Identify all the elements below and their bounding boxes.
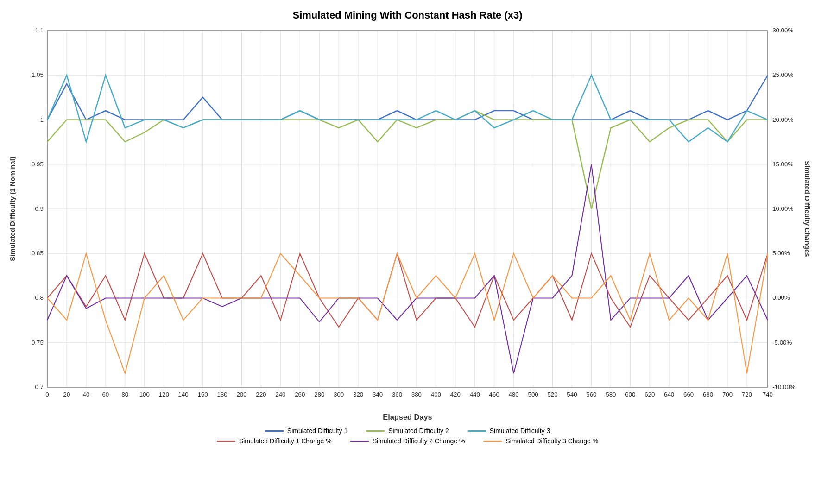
svg-text:480: 480: [509, 391, 519, 398]
legend-label-diff2: Simulated Difficulty 2: [388, 427, 449, 435]
svg-text:440: 440: [470, 391, 480, 398]
svg-text:0.95: 0.95: [32, 161, 44, 168]
legend-area: Simulated Difficulty 1 Simulated Difficu…: [5, 427, 810, 445]
svg-text:5.00%: 5.00%: [772, 250, 790, 257]
legend-line-diff3: [468, 430, 486, 432]
svg-text:20: 20: [63, 391, 70, 398]
svg-text:1.05: 1.05: [32, 71, 44, 78]
svg-text:640: 640: [664, 391, 674, 398]
svg-text:80: 80: [121, 391, 128, 398]
svg-text:140: 140: [178, 391, 189, 398]
legend-row-2: Simulated Difficulty 1 Change % Simulate…: [217, 437, 598, 445]
svg-text:180: 180: [217, 391, 227, 398]
svg-text:120: 120: [159, 391, 169, 398]
main-chart-svg: 0 20 40 60 80 100 120 140 160 180 200 22…: [5, 26, 810, 424]
svg-text:0.00%: 0.00%: [772, 294, 790, 301]
svg-text:500: 500: [528, 391, 538, 398]
svg-text:60: 60: [102, 391, 109, 398]
y-right-title: Simulated Difficulty Changes: [803, 161, 810, 257]
legend-item-diff1: Simulated Difficulty 1: [265, 427, 347, 435]
svg-text:0: 0: [45, 391, 49, 398]
svg-text:360: 360: [392, 391, 402, 398]
svg-text:680: 680: [703, 391, 713, 398]
legend-item-change1: Simulated Difficulty 1 Change %: [217, 437, 332, 445]
legend-row-1: Simulated Difficulty 1 Simulated Difficu…: [265, 427, 550, 435]
svg-text:0.9: 0.9: [35, 205, 43, 212]
svg-text:200: 200: [236, 391, 246, 398]
chart-container: Simulated Mining With Constant Hash Rate…: [0, 0, 815, 504]
svg-text:740: 740: [763, 391, 773, 398]
svg-text:25.00%: 25.00%: [772, 71, 793, 78]
svg-text:340: 340: [373, 391, 383, 398]
svg-text:0.85: 0.85: [32, 250, 44, 257]
legend-label-diff1: Simulated Difficulty 1: [287, 427, 347, 435]
legend-label-diff3: Simulated Difficulty 3: [490, 427, 550, 435]
chart-area: 0 20 40 60 80 100 120 140 160 180 200 22…: [5, 26, 810, 424]
svg-text:1.1: 1.1: [35, 27, 43, 34]
svg-text:160: 160: [198, 391, 208, 398]
svg-text:400: 400: [431, 391, 441, 398]
legend-line-diff1: [265, 430, 284, 432]
svg-text:100: 100: [139, 391, 150, 398]
svg-text:420: 420: [450, 391, 461, 398]
legend-item-change2: Simulated Difficulty 2 Change %: [350, 437, 465, 445]
svg-text:620: 620: [644, 391, 655, 398]
svg-text:720: 720: [742, 391, 752, 398]
svg-text:-10.00%: -10.00%: [772, 384, 796, 391]
svg-text:540: 540: [567, 391, 577, 398]
svg-text:0.75: 0.75: [32, 339, 44, 346]
x-axis-labels: 0 20 40 60 80 100 120 140 160 180 200 22…: [45, 391, 773, 398]
chart-title: Simulated Mining With Constant Hash Rate…: [5, 9, 810, 21]
svg-text:320: 320: [353, 391, 363, 398]
x-axis-title: Elapsed Days: [383, 413, 432, 421]
svg-text:700: 700: [722, 391, 733, 398]
legend-line-change2: [350, 441, 369, 442]
legend-label-change2: Simulated Difficulty 2 Change %: [373, 437, 465, 445]
svg-text:40: 40: [83, 391, 90, 398]
svg-text:380: 380: [411, 391, 422, 398]
legend-item-diff2: Simulated Difficulty 2: [366, 427, 449, 435]
svg-text:220: 220: [256, 391, 266, 398]
svg-text:460: 460: [489, 391, 499, 398]
svg-text:520: 520: [547, 391, 557, 398]
y-left-labels: 0.7 0.75 0.8 0.85 0.9 0.95 1 1.05 1.1: [32, 27, 44, 391]
legend-line-diff2: [366, 430, 385, 432]
svg-text:280: 280: [314, 391, 324, 398]
y-left-title: Simulated Difficulty (1 Nominal): [8, 157, 16, 261]
svg-text:600: 600: [625, 391, 635, 398]
svg-text:1: 1: [40, 116, 43, 123]
svg-text:300: 300: [334, 391, 344, 398]
y-right-labels: -10.00% -5.00% 0.00% 5.00% 10.00% 15.00%…: [772, 27, 796, 391]
svg-text:0.7: 0.7: [35, 384, 43, 391]
svg-text:-5.00%: -5.00%: [772, 339, 792, 346]
legend-line-change3: [483, 441, 502, 442]
legend-label-change3: Simulated Difficulty 3 Change %: [505, 437, 598, 445]
svg-text:580: 580: [606, 391, 616, 398]
legend-item-diff3: Simulated Difficulty 3: [468, 427, 550, 435]
svg-text:560: 560: [586, 391, 596, 398]
svg-text:15.00%: 15.00%: [772, 161, 793, 168]
svg-text:660: 660: [683, 391, 694, 398]
svg-text:240: 240: [275, 391, 285, 398]
legend-label-change1: Simulated Difficulty 1 Change %: [239, 437, 332, 445]
svg-text:10.00%: 10.00%: [772, 205, 793, 212]
svg-text:20.00%: 20.00%: [772, 116, 793, 123]
svg-text:30.00%: 30.00%: [772, 27, 793, 34]
legend-line-change1: [217, 441, 235, 442]
legend-item-change3: Simulated Difficulty 3 Change %: [483, 437, 598, 445]
svg-text:0.8: 0.8: [35, 294, 43, 301]
svg-text:260: 260: [295, 391, 305, 398]
